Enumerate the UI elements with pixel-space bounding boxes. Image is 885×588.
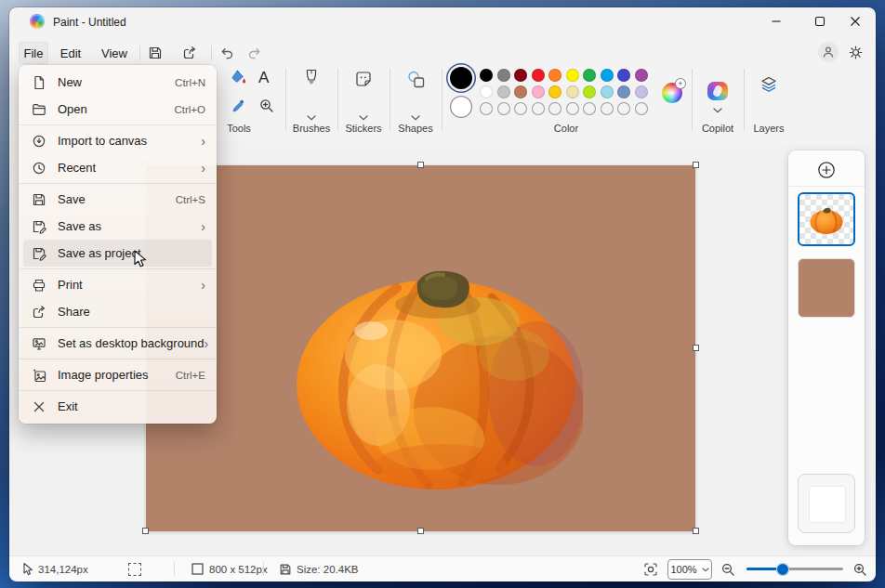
- menu-item-new[interactable]: New Ctrl+N: [23, 69, 212, 96]
- resize-handle[interactable]: [693, 528, 699, 534]
- menu-item-set-as-desktop-background[interactable]: Set as desktop background ›: [23, 330, 212, 357]
- color-swatch[interactable]: [514, 85, 527, 98]
- stickers-group-label[interactable]: Stickers: [336, 123, 391, 134]
- chevron-down-icon[interactable]: [713, 108, 722, 113]
- resize-handle[interactable]: [693, 345, 699, 351]
- chevron-down-icon[interactable]: [307, 115, 316, 121]
- empty-color-swatch[interactable]: [480, 102, 493, 115]
- menu-item-image-properties[interactable]: Image properties Ctrl+E: [23, 361, 212, 388]
- copilot-group-label[interactable]: Copilot: [690, 123, 746, 134]
- tools-group-label: Tools: [211, 123, 267, 134]
- copilot-icon[interactable]: [707, 82, 728, 100]
- layers-icon[interactable]: [760, 76, 777, 93]
- color-swatch[interactable]: [601, 85, 614, 98]
- layer-thumbnail-pumpkin[interactable]: [798, 192, 855, 246]
- empty-color-swatch[interactable]: [635, 102, 648, 115]
- settings-gear-icon[interactable]: [848, 45, 863, 59]
- brush-icon[interactable]: [302, 69, 321, 91]
- file-size-value: Size: 20.4KB: [297, 556, 358, 581]
- primary-color-swatch[interactable]: [450, 67, 472, 89]
- empty-color-swatch[interactable]: [583, 102, 596, 115]
- fit-to-screen-icon[interactable]: [643, 556, 658, 581]
- menu-item-print[interactable]: Print ›: [23, 271, 212, 298]
- fill-tool-icon[interactable]: [231, 69, 247, 85]
- color-swatch[interactable]: [583, 69, 596, 82]
- canvas-size-icon: [192, 556, 204, 581]
- menu-item-exit[interactable]: Exit: [23, 393, 212, 420]
- menu-item-save-as[interactable]: Save as ›: [23, 213, 212, 240]
- canvas-size-value: 800 x 512px: [209, 556, 268, 581]
- empty-color-swatch[interactable]: [548, 102, 561, 115]
- color-swatch[interactable]: [617, 69, 630, 82]
- divider: [692, 69, 693, 130]
- sticker-icon[interactable]: [354, 70, 373, 88]
- color-swatch[interactable]: [548, 85, 561, 98]
- color-swatch[interactable]: [635, 69, 648, 82]
- empty-color-swatch[interactable]: [617, 102, 630, 115]
- empty-color-swatch[interactable]: [566, 102, 579, 115]
- save-icon[interactable]: [148, 46, 163, 60]
- menu-item-save[interactable]: Save Ctrl+S: [23, 186, 212, 213]
- undo-icon[interactable]: [219, 46, 234, 60]
- minimize-button[interactable]: [756, 7, 797, 35]
- paint-canvas[interactable]: [146, 165, 695, 531]
- color-swatch[interactable]: [601, 69, 614, 82]
- divider: [263, 562, 264, 576]
- color-swatch[interactable]: [532, 85, 545, 98]
- zoom-level-dropdown[interactable]: 100%: [667, 559, 712, 580]
- color-swatch[interactable]: [635, 85, 648, 98]
- menu-item-save-as-project[interactable]: Save as project: [23, 240, 212, 267]
- empty-color-swatch[interactable]: [601, 102, 614, 115]
- zoom-in-icon[interactable]: [852, 556, 867, 581]
- account-icon[interactable]: [818, 42, 839, 62]
- layer-thumbnail-background-fill[interactable]: [798, 258, 855, 318]
- empty-color-swatch[interactable]: [532, 102, 545, 115]
- empty-color-swatch[interactable]: [514, 102, 527, 115]
- file-size-icon: [279, 556, 292, 581]
- color-swatch[interactable]: [497, 85, 510, 98]
- status-bar: 314,124px 800 x 512px Size: 20.4KB 100%: [9, 555, 876, 581]
- shapes-group-label[interactable]: Shapes: [388, 123, 443, 134]
- share-icon[interactable]: [182, 46, 197, 60]
- color-swatch[interactable]: [583, 85, 596, 98]
- menu-item-share[interactable]: Share: [23, 298, 212, 325]
- background-layer-thumbnail[interactable]: [798, 474, 855, 533]
- resize-handle[interactable]: [142, 528, 149, 534]
- add-layer-button[interactable]: [816, 160, 837, 180]
- color-palette-row-empty: [480, 102, 648, 115]
- save-icon: [32, 192, 46, 207]
- chevron-down-icon[interactable]: [359, 115, 368, 121]
- color-swatch[interactable]: [566, 69, 579, 82]
- redo-icon[interactable]: [247, 46, 262, 60]
- chevron-down-icon[interactable]: [411, 115, 420, 121]
- shapes-icon[interactable]: [406, 70, 426, 89]
- color-swatch[interactable]: [480, 85, 493, 98]
- secondary-color-swatch[interactable]: [450, 96, 472, 118]
- divider: [390, 69, 390, 130]
- color-palette-row-1: [480, 69, 648, 82]
- zoom-slider-thumb[interactable]: [776, 563, 789, 576]
- color-swatch[interactable]: [617, 85, 630, 98]
- color-swatch[interactable]: [566, 85, 579, 98]
- zoom-out-icon[interactable]: [720, 556, 735, 581]
- close-button[interactable]: [835, 7, 876, 35]
- resize-handle[interactable]: [693, 162, 699, 168]
- color-swatch[interactable]: [514, 69, 527, 82]
- empty-color-swatch[interactable]: [497, 102, 510, 115]
- eyedropper-tool-icon[interactable]: [231, 98, 247, 114]
- menu-item-import-to-canvas[interactable]: Import to canvas ›: [23, 127, 212, 154]
- resize-handle[interactable]: [417, 162, 424, 168]
- magnifier-tool-icon[interactable]: [258, 98, 275, 114]
- brushes-group-label[interactable]: Brushes: [284, 123, 339, 134]
- menu-item-open[interactable]: Open Ctrl+O: [23, 96, 212, 123]
- layers-group-label[interactable]: Layers: [741, 123, 797, 134]
- zoom-slider[interactable]: [746, 568, 843, 570]
- color-swatch[interactable]: [548, 69, 561, 82]
- menu-item-recent[interactable]: Recent ›: [23, 154, 212, 181]
- color-swatch[interactable]: [480, 69, 493, 82]
- color-swatch[interactable]: [497, 69, 510, 82]
- resize-handle[interactable]: [417, 528, 424, 534]
- divider: [442, 69, 442, 130]
- text-tool-icon[interactable]: A: [258, 69, 269, 87]
- color-swatch[interactable]: [532, 69, 545, 82]
